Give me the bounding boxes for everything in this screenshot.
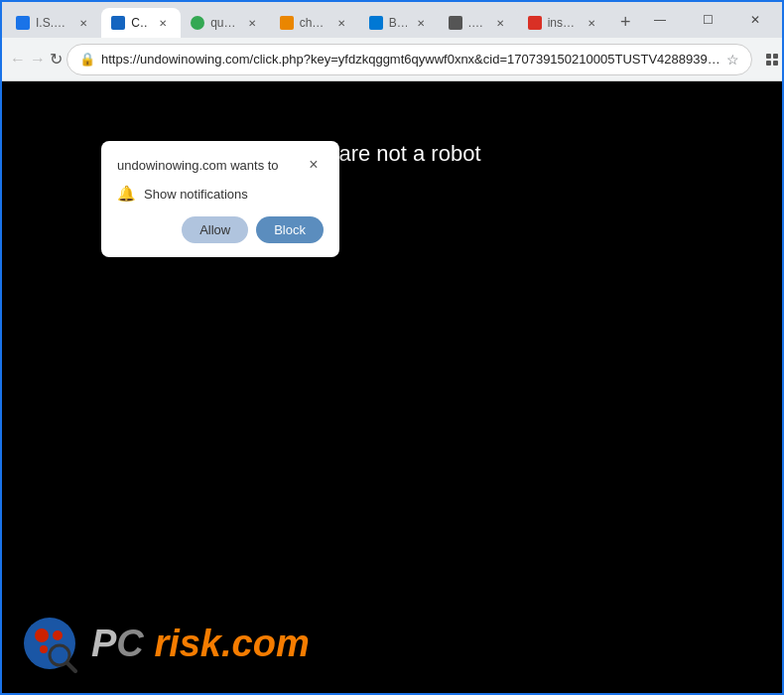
back-button[interactable]: ←	[10, 44, 26, 75]
tab-label-quinc: quinc…	[210, 16, 237, 30]
window-controls: — ☐ ✕	[637, 6, 778, 38]
tab-label-iss: I.S.S. (…	[36, 16, 69, 30]
watermark-text: PC risk.com	[91, 623, 310, 665]
tab-chatu[interactable]: chatu… ✕	[270, 8, 359, 38]
popup-notification-row: 🔔 Show notifications	[117, 185, 324, 203]
tab-close-click[interactable]: ✕	[155, 15, 171, 31]
tab-close-chatu[interactable]: ✕	[333, 15, 349, 31]
tab-favicon-dotcom	[449, 16, 462, 30]
svg-rect-0	[766, 54, 771, 59]
new-tab-button[interactable]: +	[613, 8, 637, 36]
tab-favicon-click	[111, 16, 125, 30]
bookmark-icon[interactable]: ☆	[726, 52, 739, 68]
svg-point-9	[35, 628, 49, 642]
tab-favicon-iss	[16, 16, 30, 30]
lock-icon: 🔒	[79, 52, 95, 67]
popup-title: undowinowing.com wants to	[117, 158, 279, 173]
address-bar[interactable]: 🔒 https://undowinowing.com/click.php?key…	[66, 44, 752, 75]
minimize-button[interactable]: —	[637, 6, 683, 34]
popup-header: undowinowing.com wants to ×	[117, 155, 324, 175]
notification-popup: undowinowing.com wants to × 🔔 Show notif…	[101, 141, 339, 257]
tab-label-bing: Bing	[389, 16, 407, 30]
tab-bing[interactable]: Bing ✕	[359, 8, 439, 38]
watermark-pc: PC	[91, 623, 154, 664]
tab-close-iss[interactable]: ✕	[75, 15, 91, 31]
tab-label-click: Click	[131, 16, 149, 30]
tab-close-bing[interactable]: ✕	[413, 15, 429, 31]
svg-point-11	[40, 645, 48, 653]
svg-rect-2	[766, 61, 771, 66]
allow-button[interactable]: Allow	[182, 216, 248, 243]
toolbar-icons	[756, 44, 784, 75]
forward-button[interactable]: →	[30, 44, 46, 75]
watermark: PC risk.com	[22, 614, 310, 673]
svg-rect-3	[773, 61, 778, 66]
popup-close-button[interactable]: ×	[304, 155, 324, 175]
tab-label-chatu: chatu…	[300, 16, 327, 30]
tab-label-insure: insure…	[548, 16, 579, 30]
title-bar: I.S.S. (… ✕ Click ✕ quinc… ✕ chatu… ✕ Bi…	[2, 2, 782, 38]
svg-rect-1	[773, 54, 778, 59]
popup-notification-text: Show notifications	[144, 187, 248, 202]
tab-close-dotcom[interactable]: ✕	[492, 15, 508, 31]
tab-quinc[interactable]: quinc… ✕	[181, 8, 269, 38]
watermark-risk: risk.com	[154, 623, 309, 664]
extensions-button[interactable]	[756, 44, 784, 75]
block-button[interactable]: Block	[256, 216, 324, 243]
url-text: https://undowinowing.com/click.php?key=y…	[101, 52, 720, 67]
tab-click[interactable]: Click ✕	[101, 8, 181, 38]
toolbar: ← → ↻ 🔒 https://undowinowing.com/click.p…	[2, 38, 782, 81]
tab-dotcom[interactable]: .com ✕	[439, 8, 518, 38]
pcrisk-logo	[22, 614, 81, 673]
popup-buttons: Allow Block	[117, 216, 324, 243]
maximize-button[interactable]: ☐	[685, 6, 730, 34]
browser-window: I.S.S. (… ✕ Click ✕ quinc… ✕ chatu… ✕ Bi…	[0, 0, 784, 695]
tab-close-insure[interactable]: ✕	[584, 15, 599, 31]
tab-favicon-chatu	[280, 16, 294, 30]
page-content: nfirm that you are not a robot undowinow…	[2, 81, 782, 693]
tab-favicon-bing	[369, 16, 383, 30]
close-button[interactable]: ✕	[732, 6, 778, 34]
tab-iss[interactable]: I.S.S. (… ✕	[6, 8, 101, 38]
tab-close-quinc[interactable]: ✕	[244, 15, 260, 31]
svg-line-12	[67, 663, 75, 671]
svg-point-10	[53, 630, 63, 640]
tab-insure[interactable]: insure… ✕	[518, 8, 610, 38]
reload-button[interactable]: ↻	[50, 44, 63, 75]
bell-icon: 🔔	[117, 185, 136, 203]
tab-label-dotcom: .com	[468, 16, 486, 30]
tab-favicon-quinc	[191, 16, 204, 30]
tab-favicon-insure	[528, 16, 542, 30]
